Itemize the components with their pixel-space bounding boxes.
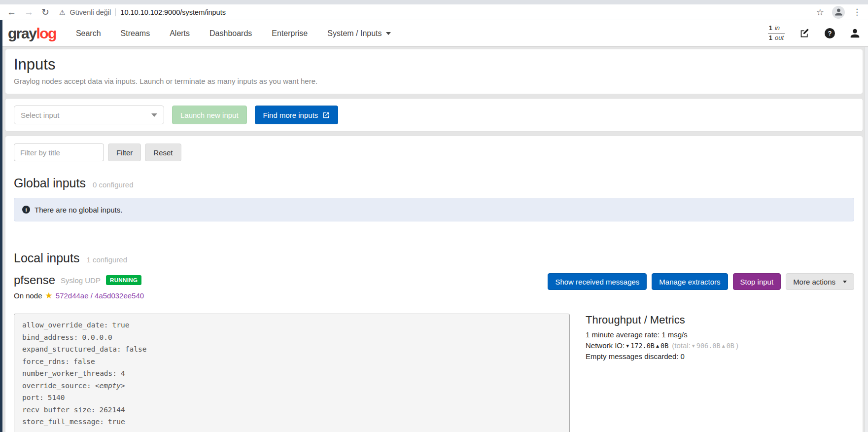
throughput-in-unit: in — [775, 24, 780, 33]
browser-menu-icon[interactable]: ⋮ — [853, 8, 861, 16]
select-input-dropdown[interactable]: Select input — [14, 106, 164, 124]
config-row: bind_address:0.0.0.0 — [22, 331, 561, 344]
browser-toolbar: ← → ↻ ⚠ Güvenli değil 10.10.10.102:9000/… — [0, 4, 868, 20]
config-row: store_full_message:true — [22, 416, 561, 428]
nav-item-streams[interactable]: Streams — [121, 29, 150, 38]
browser-chrome: ← → ↻ ⚠ Güvenli değil 10.10.10.102:9000/… — [0, 0, 868, 20]
network-io-up-value: 0B — [660, 340, 668, 351]
download-arrow-icon: ▾ — [626, 340, 629, 351]
config-key: port: — [22, 394, 44, 401]
reset-button[interactable]: Reset — [145, 144, 181, 161]
total-close-label: ) — [736, 340, 738, 351]
manage-extractors-button[interactable]: Manage extractors — [652, 273, 728, 290]
show-received-messages-button[interactable]: Show received messages — [548, 273, 647, 290]
empty-discarded-text: Empty messages discarded: 0 — [586, 351, 685, 362]
leader-star-icon: ★ — [45, 290, 53, 301]
upload-arrow-icon: ▴ — [656, 340, 659, 351]
config-key: expand_structured_data: — [22, 345, 121, 353]
inputs-list-card: Filter Reset Global inputs 0 configured … — [5, 136, 863, 432]
global-inputs-header: Global inputs 0 configured — [14, 176, 854, 190]
local-inputs-header: Local inputs 1 configured — [14, 251, 854, 265]
config-value: true — [112, 321, 130, 329]
input-name: pfsense — [14, 273, 55, 287]
metric-average-rate: 1 minute average rate: 1 msg/s — [586, 329, 738, 340]
config-row: port:5140 — [22, 392, 561, 404]
node-link[interactable]: 572d44ae / 4a5d032ee540 — [56, 291, 144, 300]
window-left-edge — [0, 20, 2, 432]
person-icon — [834, 8, 843, 16]
nav-item-system-inputs[interactable]: System / Inputs — [327, 29, 390, 38]
network-io-label: Network IO: — [586, 340, 625, 351]
download-arrow-icon: ▾ — [692, 340, 695, 351]
config-key: allow_override_date: — [22, 321, 108, 329]
config-key: recv_buffer_size: — [22, 406, 95, 414]
throughput-out-value: 1 — [769, 34, 772, 42]
config-row: force_rdns:false — [22, 356, 561, 368]
stop-input-button[interactable]: Stop input — [733, 273, 781, 290]
upload-arrow-icon: ▴ — [722, 340, 725, 351]
input-actions: Show received messages Manage extractors… — [548, 273, 854, 290]
info-icon: i — [22, 206, 30, 214]
security-warning-label[interactable]: Güvenli değil — [69, 8, 111, 16]
metric-empty-discarded: Empty messages discarded: 0 — [586, 351, 738, 362]
config-row: recv_buffer_size:262144 — [22, 404, 561, 416]
node-line: On node ★ 572d44ae / 4a5d032ee540 — [14, 290, 144, 301]
config-row: expand_structured_data:false — [22, 343, 561, 356]
graylog-logo[interactable]: graylog — [8, 25, 56, 42]
more-actions-button[interactable]: More actions — [786, 273, 854, 290]
url-separator — [115, 8, 116, 16]
input-type: Syslog UDP — [61, 276, 101, 285]
config-row: override_source:<empty> — [22, 380, 561, 392]
config-value: false — [73, 358, 95, 365]
browser-reload-icon[interactable]: ↻ — [41, 7, 49, 17]
no-global-inputs-alert: i There are no global inputs. — [14, 198, 854, 221]
url-text[interactable]: 10.10.10.102:9000/system/inputs — [120, 8, 226, 16]
nav-item-enterprise[interactable]: Enterprise — [272, 29, 308, 38]
total-open-label: (total: — [672, 340, 691, 351]
launch-new-input-button[interactable]: Launch new input — [172, 106, 247, 124]
filter-row: Filter Reset — [14, 144, 854, 161]
network-io-total-down-value: 906.0B — [696, 340, 721, 351]
input-body: allow_override_date:true bind_address:0.… — [14, 314, 854, 432]
config-value: true — [108, 418, 125, 426]
nav-item-search[interactable]: Search — [76, 29, 101, 38]
local-inputs-title: Local inputs — [14, 251, 79, 265]
create-input-card: Select input Launch new input Find more … — [5, 98, 863, 132]
average-rate-text: 1 minute average rate: 1 msg/s — [586, 329, 688, 340]
filter-input[interactable] — [14, 144, 104, 161]
page-description: Graylog nodes accept data via inputs. La… — [14, 77, 854, 85]
security-warning-icon[interactable]: ⚠ — [59, 8, 66, 16]
find-more-inputs-button[interactable]: Find more inputs — [255, 106, 339, 124]
browser-forward-icon[interactable]: → — [24, 7, 34, 17]
config-key: store_full_message: — [22, 418, 104, 426]
user-account-icon[interactable] — [850, 28, 860, 38]
input-title-block: pfsense Syslog UDP RUNNING On node ★ 572… — [14, 273, 144, 301]
browser-profile-avatar[interactable] — [832, 6, 845, 19]
logo-gray-text: gray — [8, 25, 36, 41]
edit-compose-icon[interactable] — [799, 28, 810, 38]
graylog-navbar: graylog Search Streams Alerts Dashboards… — [0, 20, 868, 47]
network-io-down-value: 172.0B — [630, 340, 655, 351]
input-entry-header: pfsense Syslog UDP RUNNING On node ★ 572… — [14, 273, 854, 301]
config-key: override_source: — [22, 382, 91, 390]
throughput-out: 1 out — [768, 34, 785, 43]
help-icon[interactable]: ? — [825, 28, 835, 38]
logo-log-text: log — [36, 25, 56, 41]
page-title: Inputs — [14, 56, 854, 73]
browser-back-icon[interactable]: ← — [7, 7, 16, 17]
browser-address-bar[interactable]: ⚠ Güvenli değil 10.10.10.102:9000/system… — [59, 8, 808, 16]
throughput-in-value: 1 — [769, 24, 772, 33]
filter-button[interactable]: Filter — [108, 144, 141, 161]
global-inputs-count: 0 configured — [93, 180, 134, 189]
nav-item-alerts[interactable]: Alerts — [170, 29, 190, 38]
bookmark-star-icon[interactable]: ☆ — [816, 8, 824, 17]
local-inputs-count: 1 configured — [86, 255, 127, 264]
input-configuration-well: allow_override_date:true bind_address:0.… — [14, 314, 570, 432]
browser-top-strip — [0, 0, 868, 4]
nav-links: Search Streams Alerts Dashboards Enterpr… — [76, 29, 391, 38]
config-row: allow_override_date:true — [22, 319, 561, 331]
inputs-page: Inputs Graylog nodes accept data via inp… — [0, 47, 868, 432]
nav-item-dashboards[interactable]: Dashboards — [209, 29, 252, 38]
metrics-heading: Throughput / Metrics — [586, 314, 738, 326]
throughput-widget[interactable]: 1 in 1 out — [768, 24, 785, 43]
